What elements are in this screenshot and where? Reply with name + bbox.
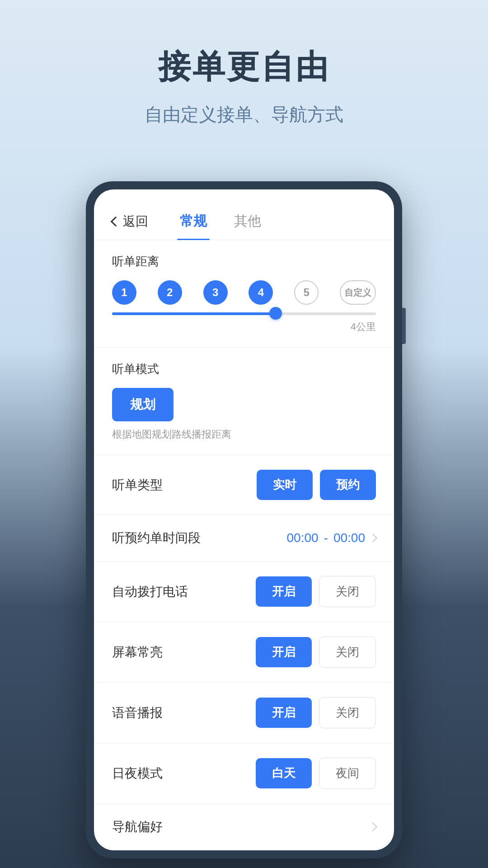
distance-slider[interactable] bbox=[112, 312, 376, 316]
distance-node-custom[interactable]: 自定义 bbox=[340, 280, 376, 305]
schedule-label: 听预约单时间段 bbox=[112, 529, 201, 547]
order-type-section: 听单类型 实时 预约 bbox=[94, 455, 394, 515]
back-label: 返回 bbox=[123, 213, 148, 230]
order-type-buttons: 实时 预约 bbox=[257, 470, 376, 500]
nav-section[interactable]: 导航偏好 bbox=[94, 804, 394, 850]
end-time: 00:00 bbox=[333, 531, 365, 545]
tab-general[interactable]: 常规 bbox=[166, 203, 221, 240]
schedule-section[interactable]: 听预约单时间段 00:00 - 00:00 bbox=[94, 515, 394, 561]
phone-outer: 返回 常规 其他 听单距离 1 bbox=[86, 181, 402, 859]
mode-hint: 根据地图规划路线播报距离 bbox=[112, 428, 376, 441]
hero-subtitle: 自由定义接单、导航方式 bbox=[145, 102, 343, 127]
phone-screen: 返回 常规 其他 听单距离 1 bbox=[94, 189, 394, 850]
distance-nodes: 1 2 3 4 5 bbox=[112, 280, 376, 305]
voice-on-btn[interactable]: 开启 bbox=[256, 698, 312, 728]
screen-on-label: 屏幕常亮 bbox=[112, 644, 163, 661]
page-background: 接单更自由 自由定义接单、导航方式 返回 常规 bbox=[0, 0, 488, 868]
mode-label: 听单模式 bbox=[112, 361, 376, 377]
time-group: 00:00 - 00:00 bbox=[287, 531, 376, 545]
auto-call-on-btn[interactable]: 开启 bbox=[256, 576, 312, 607]
voice-section: 语音播报 开启 关闭 bbox=[94, 683, 394, 743]
distance-node-1[interactable]: 1 bbox=[112, 280, 136, 305]
distance-node-2[interactable]: 2 bbox=[158, 280, 182, 305]
voice-off-btn[interactable]: 关闭 bbox=[319, 697, 376, 728]
order-type-label: 听单类型 bbox=[112, 476, 163, 494]
screen-on-section: 屏幕常亮 开启 关闭 bbox=[94, 622, 394, 683]
start-time: 00:00 bbox=[287, 531, 319, 545]
schedule-chevron-icon bbox=[368, 533, 377, 542]
distance-value: 4公里 bbox=[112, 320, 376, 334]
nav-label: 导航偏好 bbox=[112, 818, 163, 835]
type-realtime-btn[interactable]: 实时 bbox=[257, 470, 313, 500]
screen-on-buttons: 开启 关闭 bbox=[256, 637, 376, 668]
distance-node-4[interactable]: 4 bbox=[249, 280, 273, 305]
day-night-buttons: 白天 夜间 bbox=[256, 758, 376, 789]
voice-label: 语音播报 bbox=[112, 704, 163, 722]
screen-on-btn[interactable]: 开启 bbox=[256, 637, 312, 667]
phone-side-button bbox=[402, 308, 406, 344]
slider-track-fill bbox=[112, 312, 276, 315]
tab-other[interactable]: 其他 bbox=[221, 203, 275, 240]
mode-section: 听单模式 规划 根据地图规划路线播报距离 bbox=[94, 348, 394, 455]
tab-bar: 返回 常规 其他 bbox=[94, 189, 394, 240]
back-chevron-icon bbox=[111, 216, 121, 226]
day-night-section: 日夜模式 白天 夜间 bbox=[94, 743, 394, 804]
auto-call-off-btn[interactable]: 关闭 bbox=[319, 576, 376, 607]
distance-label: 听单距离 bbox=[112, 254, 376, 269]
mode-btn-plan[interactable]: 规划 bbox=[112, 388, 174, 421]
back-button[interactable]: 返回 bbox=[112, 213, 148, 230]
time-separator: - bbox=[324, 531, 328, 545]
slider-thumb[interactable] bbox=[269, 307, 282, 320]
hero-title: 接单更自由 bbox=[158, 45, 330, 89]
day-btn[interactable]: 白天 bbox=[256, 758, 312, 788]
auto-call-section: 自动拨打电话 开启 关闭 bbox=[94, 561, 394, 622]
distance-section: 听单距离 1 2 3 4 bbox=[94, 240, 394, 348]
screen-off-btn[interactable]: 关闭 bbox=[319, 637, 376, 668]
night-btn[interactable]: 夜间 bbox=[319, 758, 376, 789]
nav-chevron-icon bbox=[368, 822, 377, 831]
auto-call-buttons: 开启 关闭 bbox=[256, 576, 376, 607]
distance-node-3[interactable]: 3 bbox=[203, 280, 228, 305]
phone-mockup: 返回 常规 其他 听单距离 1 bbox=[86, 181, 402, 859]
auto-call-label: 自动拨打电话 bbox=[112, 583, 188, 600]
voice-buttons: 开启 关闭 bbox=[256, 697, 376, 728]
day-night-label: 日夜模式 bbox=[112, 765, 163, 782]
type-scheduled-btn[interactable]: 预约 bbox=[320, 470, 376, 500]
app-content: 返回 常规 其他 听单距离 1 bbox=[94, 189, 394, 850]
mode-buttons: 规划 bbox=[112, 388, 376, 421]
distance-node-5[interactable]: 5 bbox=[294, 280, 319, 305]
